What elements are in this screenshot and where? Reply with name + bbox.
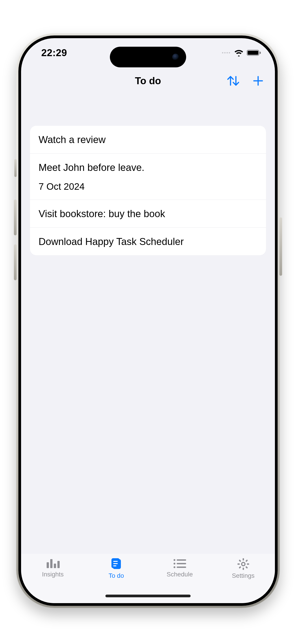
svg-rect-16 <box>177 563 186 564</box>
svg-rect-6 <box>57 561 60 568</box>
svg-rect-19 <box>243 558 244 560</box>
svg-rect-11 <box>113 563 118 564</box>
status-time: 22:29 <box>41 47 67 58</box>
svg-rect-22 <box>247 564 249 565</box>
svg-rect-3 <box>47 562 49 568</box>
svg-rect-21 <box>237 564 240 565</box>
svg-rect-14 <box>177 559 186 561</box>
tab-label: Insights <box>42 571 64 578</box>
task-list: Watch a review Meet John before leave. 7… <box>30 126 266 255</box>
nav-bar: To do <box>21 67 275 94</box>
power-button <box>280 217 282 276</box>
svg-rect-4 <box>50 559 52 568</box>
note-icon <box>110 558 123 570</box>
task-title: Watch a review <box>39 134 257 146</box>
svg-rect-2 <box>260 52 261 54</box>
sort-button[interactable] <box>226 75 240 87</box>
mute-switch <box>14 159 16 177</box>
task-row[interactable]: Meet John before leave. 7 Oct 2024 <box>30 154 266 200</box>
volume-up-button <box>14 200 16 235</box>
status-bar: 22:29 <box>21 38 275 67</box>
svg-point-13 <box>173 559 175 561</box>
svg-point-17 <box>173 566 175 568</box>
gear-icon <box>237 558 250 570</box>
task-title: Download Happy Task Scheduler <box>39 235 257 248</box>
svg-rect-23 <box>245 559 248 562</box>
task-date: 7 Oct 2024 <box>39 181 257 192</box>
svg-rect-10 <box>113 561 118 562</box>
svg-rect-5 <box>54 564 56 568</box>
list-icon <box>173 558 187 569</box>
svg-rect-25 <box>239 559 241 562</box>
screen: 22:29 <box>21 38 275 603</box>
tab-settings[interactable]: Settings <box>211 558 275 603</box>
svg-rect-1 <box>248 51 258 55</box>
tab-insights[interactable]: Insights <box>21 558 85 603</box>
task-row[interactable]: Visit bookstore: buy the book <box>30 200 266 228</box>
task-row[interactable]: Download Happy Task Scheduler <box>30 228 266 255</box>
tab-label: Settings <box>232 572 255 579</box>
tab-label: To do <box>109 572 124 579</box>
volume-down-button <box>14 244 16 280</box>
task-title: Meet John before leave. <box>39 161 257 174</box>
svg-point-15 <box>173 563 175 564</box>
wifi-icon <box>234 49 244 56</box>
svg-rect-12 <box>113 566 116 566</box>
cellular-dots-icon <box>222 52 230 54</box>
svg-rect-24 <box>239 566 241 568</box>
phone-frame: 22:29 <box>16 33 280 608</box>
svg-rect-18 <box>177 566 186 568</box>
task-title: Visit bookstore: buy the book <box>39 208 257 220</box>
content-area[interactable]: Watch a review Meet John before leave. 7… <box>21 94 275 554</box>
add-button[interactable] <box>253 75 264 86</box>
home-indicator[interactable] <box>105 594 191 597</box>
page-title: To do <box>135 75 161 86</box>
task-row[interactable]: Watch a review <box>30 126 266 154</box>
svg-rect-20 <box>243 568 244 570</box>
chart-bar-icon <box>46 558 60 569</box>
svg-rect-26 <box>245 566 248 568</box>
tab-label: Schedule <box>167 571 193 578</box>
battery-icon <box>247 49 262 56</box>
